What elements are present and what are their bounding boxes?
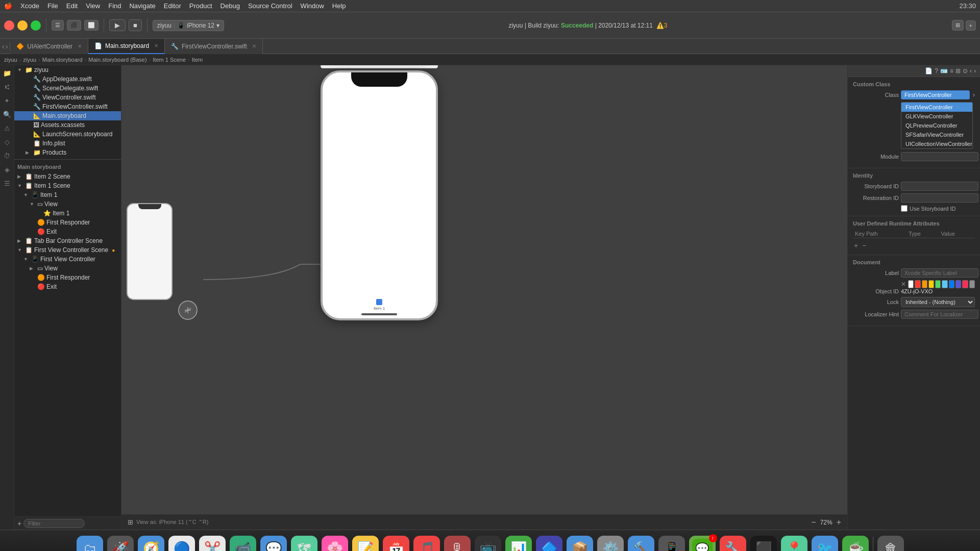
menu-source-control[interactable]: Source Control	[248, 2, 292, 10]
dock-tv[interactable]: 📺	[475, 536, 501, 552]
breadcrumb-item1-scene[interactable]: Item 1 Scene	[153, 57, 186, 63]
outline-firstvc[interactable]: ▼ 📱 First View Controller	[14, 255, 121, 264]
outline-firstvc-view[interactable]: ▶ ▭ View	[14, 264, 121, 273]
inspector-toggle-button[interactable]: ⬜	[84, 20, 99, 31]
zoom-out-button[interactable]: −	[811, 518, 816, 527]
dock-facetime[interactable]: 📹	[230, 536, 256, 552]
add-editor-button[interactable]: +	[966, 20, 976, 31]
dock-toolbox[interactable]: 🔧	[720, 536, 746, 552]
menu-window[interactable]: Window	[301, 2, 324, 10]
dock-safari[interactable]: 🧭	[138, 536, 164, 552]
menu-product[interactable]: Product	[189, 2, 212, 10]
outline-firstvc-exit[interactable]: 🔴 Exit	[14, 282, 121, 291]
file-navigator-icon[interactable]: 📁	[2, 68, 12, 78]
outline-item2-scene[interactable]: ▶ 📋 Item 2 Scene	[14, 172, 121, 181]
close-tab-icon[interactable]: ✕	[252, 43, 256, 49]
tree-item-viewcontroller[interactable]: 🔧 ViewController.swift	[14, 93, 121, 102]
breadcrumb-item[interactable]: Item	[192, 57, 203, 63]
dock-keynote[interactable]: 🔷	[536, 536, 562, 552]
find-navigator-icon[interactable]: 🔍	[2, 110, 12, 119]
tree-item-assets[interactable]: 🖼 Assets.xcassets	[14, 120, 121, 130]
dropdown-item-sfsafariviewcontroller[interactable]: SFSafariViewController	[901, 130, 972, 139]
close-tab-icon[interactable]: ✕	[78, 43, 82, 49]
swatch-x-button[interactable]: ✕	[901, 281, 906, 288]
close-window-button[interactable]	[4, 20, 14, 31]
swatch-red[interactable]	[915, 280, 920, 288]
zoom-in-button[interactable]: +	[837, 518, 841, 527]
source-control-icon[interactable]: ⑆	[4, 82, 10, 92]
split-editor-button[interactable]: ⊞	[952, 20, 964, 31]
menu-editor[interactable]: Editor	[164, 2, 181, 10]
apple-menu[interactable]: 🍎	[4, 2, 12, 10]
outline-firstvc-scene[interactable]: ▼ 📋 First View Controller Scene ●	[14, 245, 121, 255]
dock-chrome[interactable]: 🔵	[168, 536, 195, 552]
tree-item-firstviewcontroller[interactable]: 🔧 FirstViewController.swift	[14, 102, 121, 111]
scheme-selector[interactable]: ziyuu | 📱 iPhone 12 ▾	[153, 20, 224, 31]
connections-inspector-button[interactable]: ⊙	[963, 67, 968, 74]
attributes-inspector-button[interactable]: ≡	[950, 67, 953, 74]
menu-help[interactable]: Help	[332, 2, 346, 10]
dock-appstore[interactable]: 📦	[567, 536, 593, 552]
issue-navigator-icon[interactable]: ⚠	[3, 123, 11, 133]
outline-exit[interactable]: 🔴 Exit	[14, 227, 121, 236]
add-filter-button[interactable]: +	[17, 519, 21, 528]
outline-firstvc-responder[interactable]: 🟠 First Responder	[14, 273, 121, 282]
canvas-area[interactable]: Item Item 1 ⊞ View as	[121, 65, 847, 530]
menu-navigate[interactable]: Navigate	[129, 2, 155, 10]
tab-uialertcontroller[interactable]: 🔶 UIAlertController ✕	[10, 39, 88, 54]
menu-find[interactable]: Find	[108, 2, 121, 10]
close-tab-icon[interactable]: ✕	[154, 43, 158, 48]
dock-calendar[interactable]: 📅	[383, 536, 409, 552]
tree-item-main-storyboard[interactable]: 📐 Main.storyboard	[14, 111, 121, 120]
dock-maps2[interactable]: 📍	[781, 536, 807, 552]
dock-starbucks[interactable]: ☕	[842, 536, 869, 552]
dropdown-item-glkviewcontroller[interactable]: GLKViewController	[901, 112, 972, 121]
tab-main-storyboard[interactable]: 📄 Main.storyboard ✕	[88, 39, 165, 54]
menu-debug[interactable]: Debug	[220, 2, 240, 10]
tree-item-products[interactable]: ▶ 📁 Products	[14, 148, 121, 157]
swatch-yellow[interactable]	[928, 280, 934, 288]
swatch-gray[interactable]	[969, 280, 975, 288]
swatch-blue[interactable]	[949, 280, 954, 288]
breadcrumb-ziyuu2[interactable]: ziyuu	[23, 57, 36, 63]
back-button[interactable]: ‹	[2, 42, 5, 51]
swatch-green[interactable]	[935, 280, 941, 288]
outline-item1-scene[interactable]: ▼ 📋 Item 1 Scene	[14, 181, 121, 190]
forward-button[interactable]: ›	[6, 42, 8, 51]
size-inspector-button[interactable]: ⊞	[955, 67, 961, 74]
breakpoint-navigator-icon[interactable]: ◈	[4, 165, 11, 174]
dock-maps[interactable]: 🗺	[291, 536, 317, 552]
outline-first-responder[interactable]: 🟠 First Responder	[14, 218, 121, 227]
dropdown-item-uicollectionviewcontroller[interactable]: UICollectionViewController	[901, 139, 972, 148]
outline-item1-sub[interactable]: ⭐ Item 1	[14, 209, 121, 218]
run-button[interactable]: ▶	[109, 19, 126, 31]
breadcrumb-main-storyboard-base[interactable]: Main.storyboard (Base)	[88, 57, 146, 63]
file-inspector-button[interactable]: 📄	[925, 67, 933, 74]
dock-trash[interactable]: 🗑	[877, 536, 904, 552]
outline-tabbar-scene[interactable]: ▶ 📋 Tab Bar Controller Scene	[14, 236, 121, 245]
module-input[interactable]	[901, 152, 978, 161]
dock-simulator[interactable]: 📱	[658, 536, 685, 552]
storyboard-id-input[interactable]	[901, 182, 978, 191]
dock-photos[interactable]: 🌸	[322, 536, 348, 552]
tree-item-ziyuu[interactable]: ▼ 📁 ziyuu	[14, 65, 121, 74]
symbol-navigator-icon[interactable]: ✦	[3, 96, 11, 106]
next-button[interactable]: ›	[974, 67, 976, 74]
tree-item-launchscreen[interactable]: 📐 LaunchScreen.storyboard	[14, 130, 121, 139]
outline-item1[interactable]: ▼ 📱 Item 1	[14, 190, 121, 199]
tab-firstviewcontroller-swift[interactable]: 🔧 FirstViewController.swift ✕	[165, 39, 263, 54]
stop-button[interactable]: ■	[129, 19, 142, 31]
menu-view[interactable]: View	[86, 2, 100, 10]
debug-toggle-button[interactable]: ⬛	[67, 20, 81, 31]
tree-item-appdelegate[interactable]: 🔧 AppDelegate.swift	[14, 74, 121, 84]
dropdown-item-qlpreviewcontroller[interactable]: QLPreviewController	[901, 121, 972, 130]
debug-navigator-icon[interactable]: ⏱	[3, 151, 11, 161]
dropdown-item-firstviewcontroller[interactable]: FirstViewController	[901, 103, 972, 112]
quick-help-button[interactable]: ?	[935, 67, 938, 74]
zoom-fit-button[interactable]: ⊞	[128, 518, 133, 526]
tree-item-scenedelegate[interactable]: 🔧 SceneDelegate.swift	[14, 84, 121, 93]
breadcrumb-ziyuu1[interactable]: ziyuu	[4, 57, 17, 63]
swatch-white[interactable]	[908, 280, 914, 288]
minimize-window-button[interactable]	[17, 20, 28, 31]
menu-xcode[interactable]: Xcode	[20, 2, 39, 10]
